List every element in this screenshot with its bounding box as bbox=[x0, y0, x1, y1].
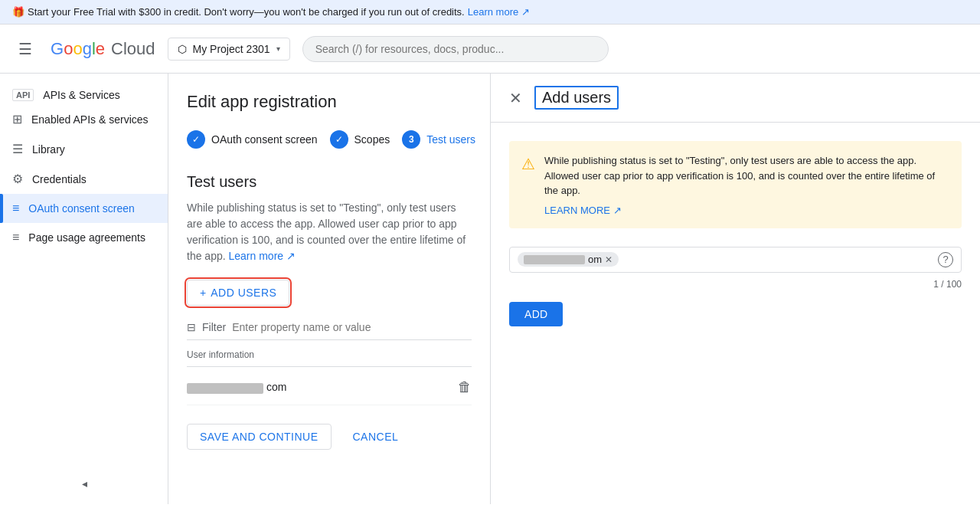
learn-more-link[interactable]: Learn more ↗ bbox=[229, 250, 296, 262]
add-button[interactable]: ADD bbox=[509, 302, 563, 326]
table-header: User information bbox=[187, 343, 472, 367]
sidebar-section-title: APIs & Services bbox=[43, 89, 119, 101]
warning-content: While publishing status is set to "Testi… bbox=[544, 153, 949, 216]
hamburger-menu[interactable]: ☰ bbox=[12, 34, 38, 64]
warning-icon: ⚠ bbox=[521, 155, 535, 216]
learn-more-text: LEARN MORE bbox=[544, 205, 610, 216]
email-count: 1 / 100 bbox=[509, 279, 962, 290]
project-icon: ⬡ bbox=[178, 43, 187, 55]
email-tag-suffix: om bbox=[588, 254, 602, 265]
sidebar-label-page-usage: Page usage agreements bbox=[28, 231, 145, 244]
step-circle-scopes: ✓ bbox=[330, 130, 348, 149]
drawer-title: Add users bbox=[534, 86, 619, 110]
step-number: 3 bbox=[409, 134, 414, 145]
collapse-icon: ◂ bbox=[82, 477, 87, 490]
save-label: SAVE AND CONTINUE bbox=[200, 431, 318, 443]
filter-label: Filter bbox=[202, 321, 226, 333]
step-oauth: ✓ OAuth consent screen bbox=[187, 130, 318, 149]
page-title: Edit app registration bbox=[187, 92, 472, 112]
section-title: Test users bbox=[187, 173, 472, 191]
step-label-oauth: OAuth consent screen bbox=[211, 133, 318, 146]
banner-learn-more-link[interactable]: Learn more ↗ bbox=[468, 6, 530, 18]
sidebar: API APIs & Services ⊞ Enabled APIs & ser… bbox=[0, 74, 168, 504]
external-link-icon-3: ↗ bbox=[613, 205, 622, 216]
project-name: My Project 2301 bbox=[193, 43, 270, 55]
delete-user-icon[interactable]: 🗑 bbox=[458, 379, 472, 395]
action-buttons: SAVE AND CONTINUE CANCEL bbox=[187, 424, 472, 450]
banner-icon: 🎁 bbox=[12, 6, 24, 18]
save-and-continue-button[interactable]: SAVE AND CONTINUE bbox=[187, 424, 332, 450]
step-test-users: 3 Test users bbox=[402, 130, 475, 149]
sidebar-label-library: Library bbox=[32, 143, 65, 156]
oauth-icon: ≡ bbox=[12, 202, 19, 215]
filter-bar: ⊟ Filter bbox=[187, 321, 472, 333]
cancel-button[interactable]: CANCEL bbox=[341, 424, 411, 450]
user-email: com bbox=[187, 381, 286, 393]
external-link-icon-2: ↗ bbox=[286, 250, 296, 262]
add-users-drawer: ✕ Add users ⚠ While publishing status is… bbox=[490, 74, 980, 504]
question-mark-icon: ? bbox=[938, 252, 953, 267]
drawer-header: ✕ Add users bbox=[491, 74, 980, 123]
sidebar-label-credentials: Credentials bbox=[32, 173, 87, 185]
step-circle-test-users: 3 bbox=[402, 130, 420, 149]
email-blurred bbox=[187, 383, 263, 394]
step-circle-oauth: ✓ bbox=[187, 130, 205, 149]
email-tag-close-icon[interactable]: ✕ bbox=[605, 254, 612, 265]
banner-text: Start your Free Trial with $300 in credi… bbox=[28, 6, 465, 18]
grid-icon: ⊞ bbox=[12, 112, 22, 126]
main-content: Edit app registration ✓ OAuth consent sc… bbox=[168, 74, 490, 504]
step-scopes: ✓ Scopes bbox=[330, 130, 390, 149]
sidebar-label-enabled-apis: Enabled APIs & services bbox=[31, 113, 149, 126]
add-users-button[interactable]: + ADD USERS bbox=[187, 280, 289, 306]
credentials-icon: ⚙ bbox=[12, 172, 23, 186]
sidebar-item-page-usage[interactable]: ≡ Page usage agreements bbox=[0, 223, 168, 252]
help-icon[interactable]: ? bbox=[938, 252, 953, 267]
cloud-label: Cloud bbox=[111, 39, 155, 59]
warning-text: While publishing status is set to "Testi… bbox=[544, 153, 949, 198]
main-layout: API APIs & Services ⊞ Enabled APIs & ser… bbox=[0, 74, 980, 504]
sidebar-item-enabled-apis[interactable]: ⊞ Enabled APIs & services bbox=[0, 104, 168, 134]
filter-icon: ⊟ bbox=[187, 321, 196, 333]
cancel-label: CANCEL bbox=[353, 431, 399, 443]
chevron-down-icon: ▾ bbox=[276, 44, 280, 53]
filter-input[interactable] bbox=[232, 321, 472, 333]
add-icon: + bbox=[200, 287, 206, 299]
add-btn-label: ADD bbox=[524, 308, 547, 320]
project-selector[interactable]: ⬡ My Project 2301 ▾ bbox=[168, 38, 290, 61]
step-label-test-users: Test users bbox=[426, 133, 475, 146]
email-tag: om ✕ bbox=[518, 252, 619, 267]
close-button[interactable]: ✕ bbox=[509, 89, 522, 107]
section-description: While publishing status is set to "Testi… bbox=[187, 200, 472, 264]
table-row: com 🗑 bbox=[187, 370, 472, 405]
warning-box: ⚠ While publishing status is set to "Tes… bbox=[509, 141, 962, 228]
api-badge: API bbox=[12, 89, 34, 101]
check-icon: ✓ bbox=[192, 134, 200, 145]
logo: Google Cloud bbox=[51, 39, 155, 59]
sidebar-label-oauth: OAuth consent screen bbox=[28, 202, 135, 215]
search-input[interactable] bbox=[302, 36, 609, 62]
sidebar-item-oauth-consent[interactable]: ≡ OAuth consent screen bbox=[0, 194, 168, 223]
sidebar-apis-section-header: API APIs & Services bbox=[0, 80, 168, 104]
drawer-learn-more-link[interactable]: LEARN MORE ↗ bbox=[544, 205, 622, 216]
library-icon: ☰ bbox=[12, 142, 23, 156]
page-usage-icon: ≡ bbox=[12, 231, 19, 244]
sidebar-collapse-btn[interactable]: ◂ bbox=[76, 471, 93, 496]
external-link-icon: ↗ bbox=[521, 6, 530, 18]
google-logo: Google bbox=[51, 39, 105, 59]
check-icon-2: ✓ bbox=[335, 134, 343, 145]
drawer-body: ⚠ While publishing status is set to "Tes… bbox=[491, 123, 980, 504]
top-banner: 🎁 Start your Free Trial with $300 in cre… bbox=[0, 0, 980, 25]
step-label-scopes: Scopes bbox=[354, 133, 390, 146]
stepper: ✓ OAuth consent screen ✓ Scopes 3 Test u… bbox=[187, 130, 472, 149]
header: ☰ Google Cloud ⬡ My Project 2301 ▾ bbox=[0, 25, 980, 74]
email-tag-blurred bbox=[524, 255, 585, 264]
email-input-row: om ✕ ? bbox=[509, 247, 962, 273]
add-users-label: ADD USERS bbox=[211, 287, 276, 299]
sidebar-item-library[interactable]: ☰ Library bbox=[0, 134, 168, 164]
sidebar-item-credentials[interactable]: ⚙ Credentials bbox=[0, 164, 168, 194]
email-suffix: com bbox=[266, 381, 286, 393]
